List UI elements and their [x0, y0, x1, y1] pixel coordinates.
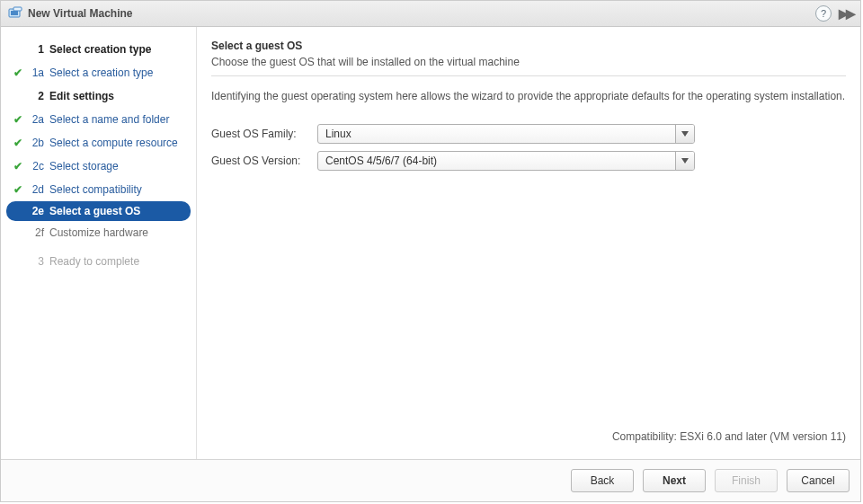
step-label: Select compatibility [49, 183, 142, 196]
step-number: 2f [26, 226, 44, 239]
step-number: 1a [26, 66, 44, 79]
wizard-steps-sidebar: ✔ 1 Select creation type ✔ 1a Select a c… [1, 27, 197, 459]
wizard-button-bar: Back Next Finish Cancel [1, 459, 860, 501]
guest-os-family-value: Linux [318, 125, 675, 143]
step-number: 2 [26, 90, 44, 102]
chevron-down-icon [675, 152, 694, 170]
step-number: 2d [26, 183, 44, 196]
guest-os-version-select[interactable]: CentOS 4/5/6/7 (64-bit) [317, 151, 695, 171]
step-label: Select a compute resource [49, 137, 178, 149]
check-icon: ✔ [10, 183, 26, 196]
expand-icon[interactable]: ▶▶ [839, 6, 853, 21]
step-label: Select creation type [49, 43, 151, 56]
step-number: 2e [26, 205, 44, 217]
step-2d[interactable]: ✔ 2d Select compatibility [1, 178, 196, 201]
next-button[interactable]: Next [643, 469, 706, 492]
step-label: Select a creation type [49, 66, 153, 79]
step-2a[interactable]: ✔ 2a Select a name and folder [1, 108, 196, 131]
step-1: ✔ 1 Select creation type [1, 38, 196, 61]
step-label: Ready to complete [49, 255, 139, 268]
step-2e[interactable]: ✔ 2e Select a guest OS [6, 201, 191, 221]
step-label: Select a name and folder [49, 113, 169, 126]
step-3: ✔ 3 Ready to complete [1, 250, 196, 273]
page-heading: Select a guest OS [211, 40, 846, 52]
step-label: Edit settings [49, 90, 114, 102]
step-label: Select storage [49, 160, 119, 172]
back-button[interactable]: Back [571, 469, 634, 492]
step-number: 1 [26, 43, 44, 56]
step-number: 2a [26, 113, 44, 126]
step-number: 2c [26, 160, 44, 172]
vm-icon [8, 6, 22, 21]
step-2f: ✔ 2f Customize hardware [1, 221, 196, 244]
step-label: Select a guest OS [49, 205, 140, 217]
guest-os-version-row: Guest OS Version: CentOS 4/5/6/7 (64-bit… [211, 151, 846, 171]
compatibility-text: Compatibility: ESXi 6.0 and later (VM ve… [211, 430, 846, 443]
step-2: ✔ 2 Edit settings [1, 84, 196, 108]
guest-os-version-label: Guest OS Version: [211, 155, 317, 167]
check-icon: ✔ [10, 137, 26, 149]
guest-os-version-value: CentOS 4/5/6/7 (64-bit) [318, 152, 675, 170]
guest-os-family-row: Guest OS Family: Linux [211, 124, 846, 144]
help-icon[interactable]: ? [815, 5, 832, 22]
svg-rect-2 [13, 7, 22, 11]
svg-rect-1 [11, 11, 18, 15]
step-label: Customize hardware [49, 226, 148, 239]
page-subtitle: Choose the guest OS that will be install… [211, 56, 846, 68]
divider [211, 75, 846, 76]
check-icon: ✔ [10, 113, 26, 126]
window-title: New Virtual Machine [28, 7, 810, 20]
check-icon: ✔ [10, 160, 26, 172]
chevron-down-icon [675, 125, 694, 143]
step-2b[interactable]: ✔ 2b Select a compute resource [1, 131, 196, 155]
step-1a[interactable]: ✔ 1a Select a creation type [1, 61, 196, 84]
page-description: Identifying the guest operating system h… [211, 89, 846, 104]
step-2c[interactable]: ✔ 2c Select storage [1, 155, 196, 178]
guest-os-family-label: Guest OS Family: [211, 128, 317, 140]
step-number: 2b [26, 137, 44, 149]
cancel-button[interactable]: Cancel [787, 469, 850, 492]
main-panel: Select a guest OS Choose the guest OS th… [197, 27, 860, 459]
titlebar: New Virtual Machine ? ▶▶ [1, 1, 860, 27]
finish-button: Finish [715, 469, 778, 492]
wizard-window: New Virtual Machine ? ▶▶ ✔ 1 Select crea… [0, 0, 861, 502]
check-icon: ✔ [10, 66, 26, 79]
step-number: 3 [26, 255, 44, 268]
guest-os-family-select[interactable]: Linux [317, 124, 695, 144]
